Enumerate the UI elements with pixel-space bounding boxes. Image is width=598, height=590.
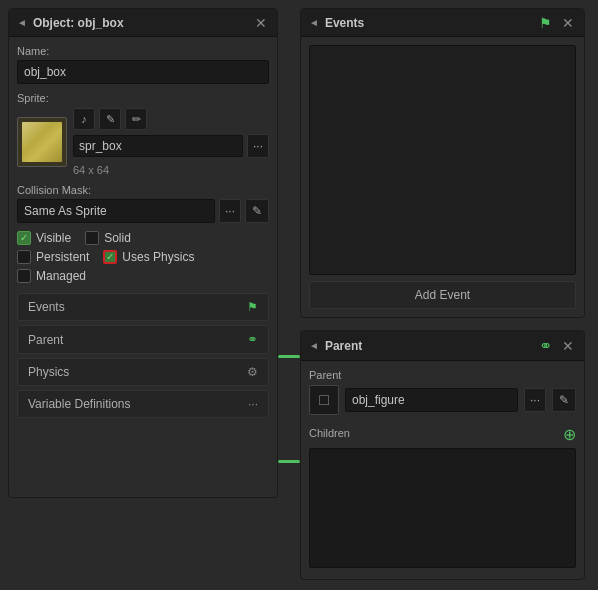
parent-button[interactable]: Parent ⚭ — [17, 325, 269, 354]
parent-btn-label: Parent — [28, 333, 63, 347]
children-add-icon[interactable]: ⊕ — [563, 425, 576, 444]
add-event-label: Add Event — [415, 288, 470, 302]
events-flag-icon: ⚑ — [247, 300, 258, 314]
parent-edit-btn[interactable]: ✎ — [552, 388, 576, 412]
solid-checkbox-item: Solid — [85, 231, 131, 245]
solid-checkbox[interactable] — [85, 231, 99, 245]
collision-dots-btn[interactable]: ··· — [219, 199, 241, 223]
uses-physics-check-mark: ✓ — [106, 252, 114, 262]
visible-label: Visible — [36, 231, 71, 245]
variable-definitions-button[interactable]: Variable Definitions ··· — [17, 390, 269, 418]
object-panel: ◄ Object: obj_box ✕ Name: Sprite: ♪ ✎ ✏ — [8, 8, 278, 498]
parent-collapse-icon[interactable]: ◄ — [309, 340, 319, 351]
persistent-checkbox-item: Persistent — [17, 250, 89, 264]
events-panel-title: Events — [325, 16, 364, 30]
visible-checkbox-item: ✓ Visible — [17, 231, 71, 245]
events-btn-label: Events — [28, 300, 65, 314]
name-input[interactable] — [17, 60, 269, 84]
physics-gear-icon: ⚙ — [247, 365, 258, 379]
object-panel-close[interactable]: ✕ — [253, 16, 269, 30]
sprite-edit-icon[interactable]: ✎ — [99, 108, 121, 130]
sprite-label: Sprite: — [17, 92, 269, 104]
persistent-checkbox[interactable] — [17, 250, 31, 264]
parent-panel-body: Parent □ ··· ✎ Children ⊕ — [301, 361, 584, 576]
parent-panel-close[interactable]: ✕ — [560, 339, 576, 353]
children-label: Children — [309, 427, 350, 439]
managed-checkbox-item: Managed — [17, 269, 86, 283]
uses-physics-label: Uses Physics — [122, 250, 194, 264]
parent-obj-icon: □ — [309, 385, 339, 415]
uses-physics-checkbox[interactable]: ✓ — [103, 250, 117, 264]
checkbox-row-1: ✓ Visible Solid — [17, 231, 269, 245]
sprite-row: ♪ ✎ ✏ ··· 64 x 64 — [17, 108, 269, 176]
events-panel-close[interactable]: ✕ — [560, 16, 576, 30]
variable-definitions-btn-label: Variable Definitions — [28, 397, 131, 411]
collision-mask-row: ··· ✎ — [17, 199, 269, 223]
collision-mask-input[interactable] — [17, 199, 215, 223]
collision-label: Collision Mask: — [17, 184, 269, 196]
add-event-button[interactable]: Add Event — [309, 281, 576, 309]
sprite-new-icon[interactable]: ♪ — [73, 108, 95, 130]
visible-check-mark: ✓ — [20, 233, 28, 243]
children-header: Children ⊕ — [309, 425, 576, 444]
connector-line-2 — [278, 460, 300, 463]
managed-checkbox[interactable] — [17, 269, 31, 283]
events-panel-body: Add Event — [301, 37, 584, 317]
action-buttons: Events ⚑ Parent ⚭ Physics ⚙ Variable Def… — [17, 293, 269, 418]
sprite-controls: ♪ ✎ ✏ ··· 64 x 64 — [73, 108, 269, 176]
visible-checkbox[interactable]: ✓ — [17, 231, 31, 245]
events-panel: ◄ Events ⚑ ✕ Add Event — [300, 8, 585, 318]
connector-line-1 — [278, 355, 300, 358]
variable-defs-dots-icon: ··· — [248, 397, 258, 411]
solid-label: Solid — [104, 231, 131, 245]
collision-section: Collision Mask: ··· ✎ — [17, 184, 269, 223]
name-label: Name: — [17, 45, 269, 57]
sprite-section: Sprite: ♪ ✎ ✏ ··· 64 x 64 — [17, 92, 269, 176]
parent-dots-btn[interactable]: ··· — [524, 388, 546, 412]
parent-panel-title: Parent — [325, 339, 362, 353]
collapse-icon[interactable]: ◄ — [17, 17, 27, 28]
collision-edit-btn[interactable]: ✎ — [245, 199, 269, 223]
object-panel-header: ◄ Object: obj_box ✕ — [9, 9, 277, 37]
parent-field-label: Parent — [309, 369, 576, 381]
parent-obj-symbol: □ — [319, 391, 329, 409]
physics-button[interactable]: Physics ⚙ — [17, 358, 269, 386]
events-list-area — [309, 45, 576, 275]
object-panel-title: Object: obj_box — [33, 16, 124, 30]
parent-people-header-icon: ⚭ — [539, 336, 552, 355]
parent-panel: ◄ Parent ⚭ ✕ Parent □ ··· ✎ Children ⊕ — [300, 330, 585, 580]
events-collapse-icon[interactable]: ◄ — [309, 17, 319, 28]
events-button[interactable]: Events ⚑ — [17, 293, 269, 321]
sprite-preview — [17, 117, 67, 167]
sprite-pencil-icon[interactable]: ✏ — [125, 108, 147, 130]
children-list-area — [309, 448, 576, 568]
checkbox-row-2: Persistent ✓ Uses Physics — [17, 250, 269, 264]
object-panel-body: Name: Sprite: ♪ ✎ ✏ ··· — [9, 37, 277, 430]
events-panel-header: ◄ Events ⚑ ✕ — [301, 9, 584, 37]
sprite-name-input[interactable] — [73, 135, 243, 157]
sprite-dots-btn[interactable]: ··· — [247, 134, 269, 158]
physics-btn-label: Physics — [28, 365, 69, 379]
parent-name-input[interactable] — [345, 388, 518, 412]
parent-people-icon: ⚭ — [247, 332, 258, 347]
uses-physics-checkbox-item: ✓ Uses Physics — [103, 250, 194, 264]
sprite-size: 64 x 64 — [73, 164, 269, 176]
sprite-canvas — [22, 122, 62, 162]
events-flag-header-icon: ⚑ — [539, 15, 552, 31]
persistent-label: Persistent — [36, 250, 89, 264]
sprite-icon-row: ♪ ✎ ✏ — [73, 108, 269, 130]
sprite-name-row: ··· — [73, 134, 269, 158]
managed-label: Managed — [36, 269, 86, 283]
name-section: Name: — [17, 45, 269, 84]
parent-panel-header: ◄ Parent ⚭ ✕ — [301, 331, 584, 361]
checkbox-row-3: Managed — [17, 269, 269, 283]
parent-item-row: □ ··· ✎ — [309, 385, 576, 415]
